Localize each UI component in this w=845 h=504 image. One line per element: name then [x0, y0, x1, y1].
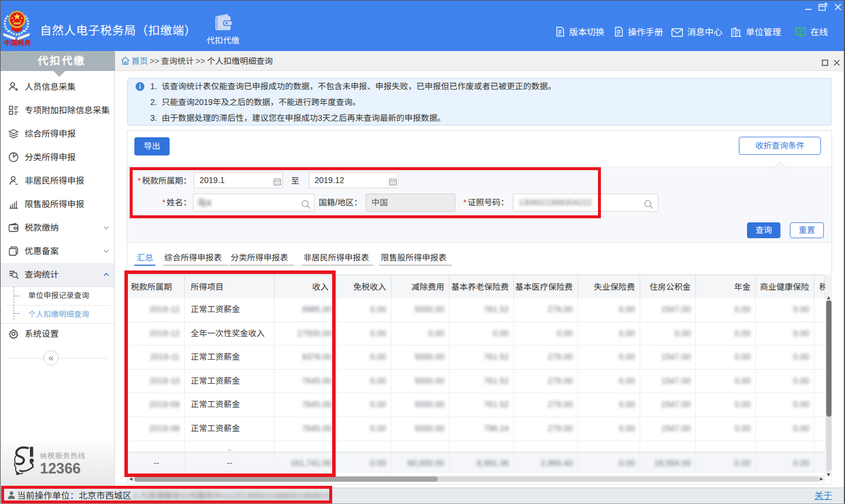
- svg-text:中国税务: 中国税务: [4, 38, 31, 47]
